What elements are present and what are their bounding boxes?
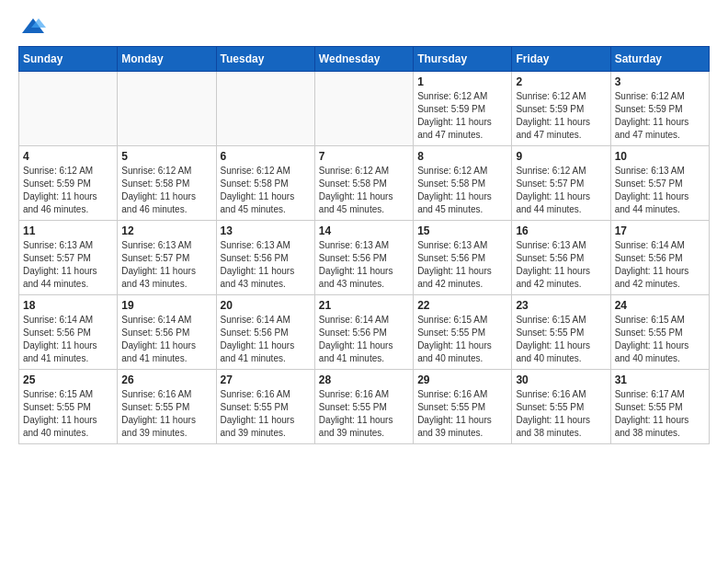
week-row-5: 25Sunrise: 6:15 AMSunset: 5:55 PMDayligh…: [19, 370, 710, 444]
day-info: Sunrise: 6:16 AMSunset: 5:55 PMDaylight:…: [516, 388, 606, 440]
day-cell: 16Sunrise: 6:13 AMSunset: 5:56 PMDayligh…: [512, 221, 610, 295]
day-info: Sunrise: 6:12 AMSunset: 5:57 PMDaylight:…: [516, 165, 606, 216]
day-cell: 29Sunrise: 6:16 AMSunset: 5:55 PMDayligh…: [414, 370, 512, 444]
day-info: Sunrise: 6:12 AMSunset: 5:59 PMDaylight:…: [615, 90, 705, 142]
day-cell: [216, 72, 314, 146]
weekday-header-monday: Monday: [118, 47, 216, 72]
day-cell: 10Sunrise: 6:13 AMSunset: 5:57 PMDayligh…: [610, 146, 709, 221]
day-info: Sunrise: 6:16 AMSunset: 5:55 PMDaylight:…: [221, 388, 311, 440]
day-number: 24: [615, 299, 705, 312]
day-number: 26: [121, 373, 211, 386]
day-cell: 24Sunrise: 6:15 AMSunset: 5:55 PMDayligh…: [610, 295, 709, 370]
day-cell: 25Sunrise: 6:15 AMSunset: 5:55 PMDayligh…: [19, 370, 118, 444]
day-number: 6: [221, 150, 311, 163]
day-info: Sunrise: 6:14 AMSunset: 5:56 PMDaylight:…: [221, 314, 311, 365]
day-info: Sunrise: 6:15 AMSunset: 5:55 PMDaylight:…: [23, 388, 113, 440]
day-cell: 4Sunrise: 6:12 AMSunset: 5:59 PMDaylight…: [19, 146, 118, 221]
day-cell: 30Sunrise: 6:16 AMSunset: 5:55 PMDayligh…: [512, 370, 610, 444]
day-number: 7: [319, 150, 409, 163]
day-info: Sunrise: 6:15 AMSunset: 5:55 PMDaylight:…: [615, 314, 705, 365]
day-info: Sunrise: 6:15 AMSunset: 5:55 PMDaylight:…: [417, 314, 507, 365]
day-info: Sunrise: 6:13 AMSunset: 5:56 PMDaylight:…: [221, 239, 311, 291]
day-number: 8: [417, 150, 507, 163]
day-number: 17: [615, 224, 705, 237]
day-number: 15: [417, 224, 507, 237]
weekday-header-thursday: Thursday: [414, 47, 512, 72]
week-row-4: 18Sunrise: 6:14 AMSunset: 5:56 PMDayligh…: [19, 295, 710, 370]
day-info: Sunrise: 6:14 AMSunset: 5:56 PMDaylight:…: [121, 314, 211, 365]
day-cell: 26Sunrise: 6:16 AMSunset: 5:55 PMDayligh…: [118, 370, 216, 444]
day-info: Sunrise: 6:16 AMSunset: 5:55 PMDaylight:…: [121, 388, 211, 440]
week-row-2: 4Sunrise: 6:12 AMSunset: 5:59 PMDaylight…: [19, 146, 710, 221]
day-number: 2: [516, 75, 606, 88]
day-info: Sunrise: 6:13 AMSunset: 5:57 PMDaylight:…: [121, 239, 211, 291]
day-cell: 19Sunrise: 6:14 AMSunset: 5:56 PMDayligh…: [118, 295, 216, 370]
day-number: 12: [121, 224, 211, 237]
day-number: 4: [23, 150, 113, 163]
week-row-3: 11Sunrise: 6:13 AMSunset: 5:57 PMDayligh…: [19, 221, 710, 295]
day-info: Sunrise: 6:12 AMSunset: 5:58 PMDaylight:…: [319, 165, 409, 216]
day-cell: 5Sunrise: 6:12 AMSunset: 5:58 PMDaylight…: [118, 146, 216, 221]
day-number: 14: [319, 224, 409, 237]
day-cell: 23Sunrise: 6:15 AMSunset: 5:55 PMDayligh…: [512, 295, 610, 370]
day-cell: 12Sunrise: 6:13 AMSunset: 5:57 PMDayligh…: [118, 221, 216, 295]
day-cell: 7Sunrise: 6:12 AMSunset: 5:58 PMDaylight…: [314, 146, 413, 221]
day-number: 18: [23, 299, 113, 312]
day-number: 25: [23, 373, 113, 386]
page-header: [18, 18, 710, 37]
day-number: 28: [319, 373, 409, 386]
day-info: Sunrise: 6:13 AMSunset: 5:56 PMDaylight:…: [417, 239, 507, 291]
day-number: 22: [417, 299, 507, 312]
day-info: Sunrise: 6:16 AMSunset: 5:55 PMDaylight:…: [417, 388, 507, 440]
day-cell: 14Sunrise: 6:13 AMSunset: 5:56 PMDayligh…: [314, 221, 413, 295]
weekday-header-wednesday: Wednesday: [314, 47, 413, 72]
day-cell: [118, 72, 216, 146]
week-row-1: 1Sunrise: 6:12 AMSunset: 5:59 PMDaylight…: [19, 72, 710, 146]
day-number: 5: [121, 150, 211, 163]
logo: [18, 18, 46, 37]
day-info: Sunrise: 6:13 AMSunset: 5:56 PMDaylight:…: [319, 239, 409, 291]
day-cell: 22Sunrise: 6:15 AMSunset: 5:55 PMDayligh…: [414, 295, 512, 370]
day-cell: 27Sunrise: 6:16 AMSunset: 5:55 PMDayligh…: [216, 370, 314, 444]
calendar-table: SundayMondayTuesdayWednesdayThursdayFrid…: [18, 46, 710, 444]
day-cell: 13Sunrise: 6:13 AMSunset: 5:56 PMDayligh…: [216, 221, 314, 295]
weekday-header-tuesday: Tuesday: [216, 47, 314, 72]
day-info: Sunrise: 6:12 AMSunset: 5:58 PMDaylight:…: [121, 165, 211, 216]
day-info: Sunrise: 6:12 AMSunset: 5:59 PMDaylight:…: [516, 90, 606, 142]
day-cell: [19, 72, 118, 146]
day-cell: 8Sunrise: 6:12 AMSunset: 5:58 PMDaylight…: [414, 146, 512, 221]
day-info: Sunrise: 6:13 AMSunset: 5:57 PMDaylight:…: [23, 239, 113, 291]
day-number: 11: [23, 224, 113, 237]
day-info: Sunrise: 6:15 AMSunset: 5:55 PMDaylight:…: [516, 314, 606, 365]
day-info: Sunrise: 6:13 AMSunset: 5:57 PMDaylight:…: [615, 165, 705, 216]
weekday-header-row: SundayMondayTuesdayWednesdayThursdayFrid…: [19, 47, 710, 72]
weekday-header-saturday: Saturday: [610, 47, 709, 72]
day-number: 16: [516, 224, 606, 237]
day-number: 19: [121, 299, 211, 312]
weekday-header-sunday: Sunday: [19, 47, 118, 72]
day-cell: 21Sunrise: 6:14 AMSunset: 5:56 PMDayligh…: [314, 295, 413, 370]
day-info: Sunrise: 6:14 AMSunset: 5:56 PMDaylight:…: [23, 314, 113, 365]
day-cell: 28Sunrise: 6:16 AMSunset: 5:55 PMDayligh…: [314, 370, 413, 444]
day-cell: 6Sunrise: 6:12 AMSunset: 5:58 PMDaylight…: [216, 146, 314, 221]
day-number: 3: [615, 75, 705, 88]
day-info: Sunrise: 6:12 AMSunset: 5:58 PMDaylight:…: [221, 165, 311, 216]
day-cell: [314, 72, 413, 146]
day-cell: 2Sunrise: 6:12 AMSunset: 5:59 PMDaylight…: [512, 72, 610, 146]
day-cell: 20Sunrise: 6:14 AMSunset: 5:56 PMDayligh…: [216, 295, 314, 370]
day-cell: 11Sunrise: 6:13 AMSunset: 5:57 PMDayligh…: [19, 221, 118, 295]
day-number: 29: [417, 373, 507, 386]
day-cell: 9Sunrise: 6:12 AMSunset: 5:57 PMDaylight…: [512, 146, 610, 221]
day-info: Sunrise: 6:16 AMSunset: 5:55 PMDaylight:…: [319, 388, 409, 440]
day-number: 20: [221, 299, 311, 312]
day-number: 30: [516, 373, 606, 386]
day-cell: 3Sunrise: 6:12 AMSunset: 5:59 PMDaylight…: [610, 72, 709, 146]
day-number: 27: [221, 373, 311, 386]
day-number: 10: [615, 150, 705, 163]
weekday-header-friday: Friday: [512, 47, 610, 72]
day-cell: 1Sunrise: 6:12 AMSunset: 5:59 PMDaylight…: [414, 72, 512, 146]
day-info: Sunrise: 6:13 AMSunset: 5:56 PMDaylight:…: [516, 239, 606, 291]
day-cell: 15Sunrise: 6:13 AMSunset: 5:56 PMDayligh…: [414, 221, 512, 295]
day-number: 21: [319, 299, 409, 312]
day-info: Sunrise: 6:17 AMSunset: 5:55 PMDaylight:…: [615, 388, 705, 440]
